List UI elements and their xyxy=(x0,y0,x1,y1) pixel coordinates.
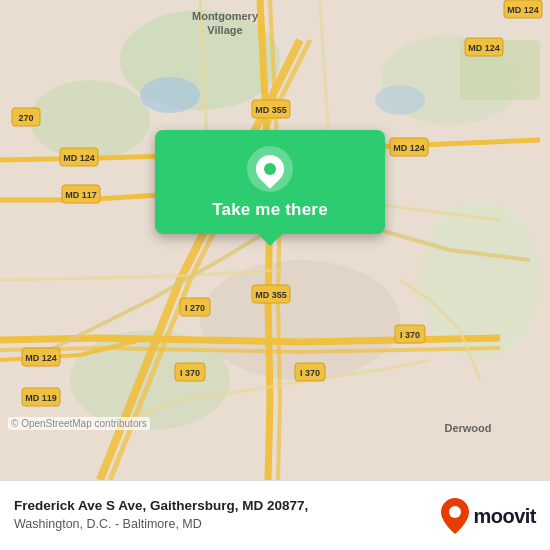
svg-text:MD 124: MD 124 xyxy=(507,5,539,15)
osm-attribution: © OpenStreetMap contributors xyxy=(8,417,150,430)
location-pin-icon xyxy=(247,146,293,192)
svg-text:MD 124: MD 124 xyxy=(25,353,57,363)
svg-text:MD 124: MD 124 xyxy=(393,143,425,153)
svg-text:MD 124: MD 124 xyxy=(468,43,500,53)
moovit-brand-name: moovit xyxy=(473,506,536,526)
svg-text:Village: Village xyxy=(207,24,242,36)
svg-text:Montgomery: Montgomery xyxy=(192,10,259,22)
svg-text:I 370: I 370 xyxy=(400,330,420,340)
map-container: MD 355 MD 355 I 270 MD 124 MD 124 MD 124… xyxy=(0,0,550,480)
svg-text:MD 119: MD 119 xyxy=(25,393,57,403)
svg-text:MD 355: MD 355 xyxy=(255,290,287,300)
address-line1: Frederick Ave S Ave, Gaithersburg, MD 20… xyxy=(14,497,431,516)
bottom-bar: Frederick Ave S Ave, Gaithersburg, MD 20… xyxy=(0,480,550,550)
svg-text:I 370: I 370 xyxy=(300,368,320,378)
svg-point-8 xyxy=(140,77,200,113)
address-block: Frederick Ave S Ave, Gaithersburg, MD 20… xyxy=(14,497,431,533)
svg-text:I 370: I 370 xyxy=(180,368,200,378)
svg-text:270: 270 xyxy=(18,113,33,123)
svg-text:MD 124: MD 124 xyxy=(63,153,95,163)
moovit-logo: moovit xyxy=(441,498,536,534)
svg-text:I 270: I 270 xyxy=(185,303,205,313)
svg-text:Derwood: Derwood xyxy=(444,422,491,434)
svg-text:MD 117: MD 117 xyxy=(65,190,97,200)
take-me-there-button[interactable]: Take me there xyxy=(212,200,328,220)
address-line2: Washington, D.C. - Baltimore, MD xyxy=(14,516,431,534)
svg-point-9 xyxy=(375,85,425,115)
moovit-pin-icon xyxy=(441,498,469,534)
svg-text:MD 355: MD 355 xyxy=(255,105,287,115)
svg-point-5 xyxy=(200,260,400,380)
popup-card[interactable]: Take me there xyxy=(155,130,385,234)
svg-point-41 xyxy=(449,506,461,518)
